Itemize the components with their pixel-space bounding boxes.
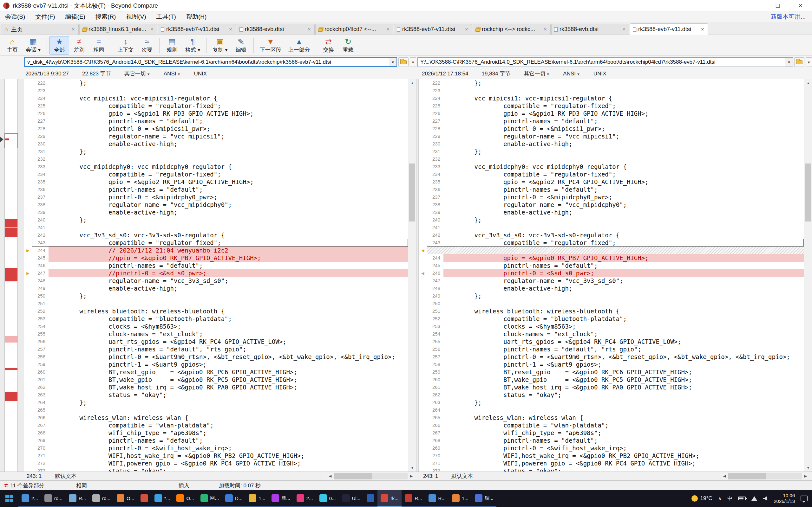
right-encoding-dropdown[interactable]: ANSI	[563, 71, 580, 77]
code-line[interactable]: 252 compatible = "bluetooth-platdata";	[419, 315, 804, 323]
code-line[interactable]: 267 compatible = "wlan-platdata";	[24, 421, 408, 429]
code-line[interactable]: 242 vcc_3v3_sd_s0: vcc-3v3-sd-s0-regulat…	[24, 231, 408, 239]
toolbar-neq-button[interactable]: ≠差别	[69, 36, 89, 55]
code-line[interactable]: 222 };	[24, 79, 408, 87]
tab-主页[interactable]: ⌂主页×	[1, 24, 79, 35]
code-line[interactable]: 251	[24, 300, 408, 307]
code-line[interactable]: 271 WIFI,poweren_gpio = <&gpio0 RK_PC4 G…	[419, 459, 804, 467]
code-line[interactable]: 244 gpio = <&gpio0 RK_PB7 GPIO_ACTIVE_HI…	[419, 254, 804, 262]
taskbar-app[interactable]: Ul...	[339, 490, 364, 507]
toolbar-home-button[interactable]: ⌂主页	[3, 36, 22, 55]
ime-indicator[interactable]: 中	[727, 495, 732, 502]
code-line[interactable]: 236 pinctrl-names = "default";	[24, 186, 408, 193]
menu-搜索-r[interactable]: 搜索(R)	[90, 11, 121, 22]
tab-rk3588-evb7-v11-dtsi[interactable]: rk3588-evb7-v11.dtsi×	[630, 23, 708, 35]
menu-工具-t[interactable]: 工具(T)	[151, 11, 181, 22]
left-line-ending[interactable]: UNIX	[194, 71, 207, 77]
code-line[interactable]: 225 compatible = "regulator-fixed";	[419, 102, 804, 110]
code-line[interactable]: 257 pinctrl-names = "default", "rts_gpio…	[24, 345, 408, 353]
toolbar-context-button[interactable]: ↕上下文	[114, 36, 137, 55]
code-line[interactable]: ▶247 //pinctrl-0 = <&sd_s0_pwr>;	[24, 269, 408, 277]
code-line[interactable]: 229 regulator-name = "vcc_mipicsi1";	[419, 132, 804, 140]
taskbar-app[interactable]: 网...	[197, 490, 222, 507]
scroll-down-icon[interactable]: ▼	[408, 464, 416, 471]
taskbar-app[interactable]: D...	[222, 490, 246, 507]
code-line[interactable]: 257 pinctrl-0 = <&uart9m0_rtsn>, <&bt_re…	[419, 353, 804, 360]
toolbar-edit-button[interactable]: ✎编辑	[231, 36, 251, 55]
code-line[interactable]: 237 pinctrl-0 = <&mipidcphy0_pwr>;	[24, 193, 408, 201]
code-line[interactable]: 224 vcc_mipicsi1: vcc-mipicsi1-regulator…	[419, 95, 804, 102]
close-icon[interactable]: ×	[149, 26, 154, 33]
right-format-dropdown[interactable]: 其它一切	[524, 70, 550, 77]
copy-to-right-arrow-icon[interactable]: ▶	[24, 246, 32, 254]
taskbar-app[interactable]: R...	[402, 490, 425, 507]
code-line[interactable]: 227 pinctrl-names = "default";	[419, 117, 804, 125]
code-line[interactable]: 235 gpio = <&gpio2 RK_PC4 GPIO_ACTIVE_HI…	[419, 178, 804, 186]
code-line[interactable]: 250	[419, 300, 804, 307]
tab-rk3588-evb-dtsi[interactable]: rk3588-evb.dtsi×	[237, 24, 315, 35]
taskbar-app[interactable]	[137, 490, 151, 507]
code-line[interactable]: 261 BT,wake_gpio = <&gpio0 RK_PC5 GPIO_A…	[24, 376, 408, 383]
taskbar-app[interactable]: R...	[425, 490, 449, 507]
code-line[interactable]: 255 clock-names = "ext_clock";	[24, 330, 408, 338]
taskbar-app[interactable]: 2...	[18, 490, 41, 507]
code-line[interactable]: 233 vcc_mipidcphy0: vcc-mipidcphy0-regul…	[419, 163, 804, 170]
diff-map[interactable]	[0, 79, 24, 471]
code-line[interactable]: 231 };	[24, 148, 408, 155]
chevron-down-icon[interactable]: ▾	[389, 58, 397, 66]
code-line[interactable]: 234 compatible = "regulator-fixed";	[419, 170, 804, 178]
toolbar-rules-button[interactable]: ▤规则	[162, 36, 182, 55]
code-line[interactable]: 226 gpio = <&gpio1 RK_PD3 GPIO_ACTIVE_HI…	[24, 110, 408, 117]
code-line[interactable]: 266 compatible = "wlan-platdata";	[419, 421, 804, 429]
code-line[interactable]: 239 enable-active-high;	[419, 209, 804, 216]
menu-帮助-h[interactable]: 帮助(H)	[181, 11, 212, 22]
taskbar-app[interactable]: *...	[151, 490, 173, 507]
code-line[interactable]: 261 BT,wake_host_irq = <&gpio0 RK_PA0 GP…	[419, 383, 804, 391]
close-icon[interactable]: ×	[543, 26, 548, 33]
code-line[interactable]: 228 pinctrl-0 = <&mipicsi1_pwr>;	[24, 125, 408, 132]
code-line[interactable]: 236 pinctrl-names = "default";	[419, 186, 804, 193]
code-line[interactable]: 254 clock-names = "ext_clock";	[419, 330, 804, 338]
scroll-track[interactable]	[728, 473, 802, 480]
code-line[interactable]: 253 compatible = "bluetooth-platdata";	[24, 315, 408, 323]
code-line[interactable]: 251 wireless_bluetooth: wireless-bluetoo…	[419, 307, 804, 315]
code-line[interactable]: 228 pinctrl-0 = <&mipicsi1_pwr>;	[419, 125, 804, 132]
right-scrollbar-thumb[interactable]	[805, 164, 811, 222]
toolbar-swap-button[interactable]: ⇄交换	[319, 36, 339, 55]
close-icon[interactable]: ×	[621, 26, 626, 33]
diff-map-column[interactable]	[4, 79, 18, 471]
taskbar-app[interactable]: R...	[66, 490, 89, 507]
code-line[interactable]: 267 wifi_chip_type = "ap6398s";	[419, 429, 804, 437]
battery-icon[interactable]	[738, 497, 746, 500]
code-line[interactable]: 247 regulator-name = "vcc_3v3_sd_s0";	[419, 277, 804, 285]
maximize-button[interactable]: □	[766, 0, 789, 11]
diff-mark[interactable]	[5, 392, 17, 401]
left-browse-button[interactable]	[398, 57, 409, 67]
close-icon[interactable]: ×	[307, 26, 312, 33]
toolbar-format-button[interactable]: ¶格式 ▾	[182, 36, 204, 55]
code-line[interactable]: 248 regulator-name = "vcc_3v3_sd_s0";	[24, 277, 408, 285]
code-line[interactable]: 225 compatible = "regulator-fixed";	[24, 102, 408, 110]
code-line[interactable]: 255 uart_rts_gpios = <&gpio4 RK_PC4 GPIO…	[419, 338, 804, 345]
wifi-icon[interactable]	[751, 496, 757, 501]
code-line[interactable]: 243 compatible = "regulator-fixed";	[24, 239, 408, 246]
diff-mark[interactable]	[5, 219, 17, 227]
code-line[interactable]: 254 clocks = <&hym8563>;	[24, 323, 408, 330]
code-line[interactable]: 258 pinctrl-1 = <&uart9_gpios>;	[419, 360, 804, 368]
code-line[interactable]: 260 BT,reset_gpio = <&gpio0 RK_PC6 GPIO_…	[24, 368, 408, 376]
taskbar-app[interactable]	[363, 490, 377, 507]
code-line[interactable]: 227 pinctrl-names = "default";	[24, 117, 408, 125]
code-line[interactable]: 272 status = "okay";	[419, 467, 804, 471]
right-path-combobox[interactable]: Y:\..\OK3588-C\RK3576_Android14.0_SDK_RE…	[417, 57, 793, 67]
start-button[interactable]	[0, 490, 18, 507]
code-line[interactable]: 248 enable-active-high;	[419, 285, 804, 292]
code-line[interactable]: 233 vcc_mipidcphy0: vcc-mipidcphy0-regul…	[24, 163, 408, 170]
code-line[interactable]: 256 uart_rts_gpios = <&gpio4 RK_PC4 GPIO…	[24, 338, 408, 345]
taskbar-app[interactable]: O...	[113, 490, 137, 507]
diff-mark[interactable]	[5, 368, 17, 370]
code-line[interactable]: 229 regulator-name = "vcc_mipicsi1";	[24, 132, 408, 140]
code-line[interactable]: 264 };	[24, 399, 408, 406]
menu-视图-v[interactable]: 视图(V)	[121, 11, 151, 22]
left-encoding-dropdown[interactable]: ANSI	[164, 71, 181, 77]
code-line[interactable]: 238 regulator-name = "vcc_mipidcphy0";	[24, 201, 408, 209]
